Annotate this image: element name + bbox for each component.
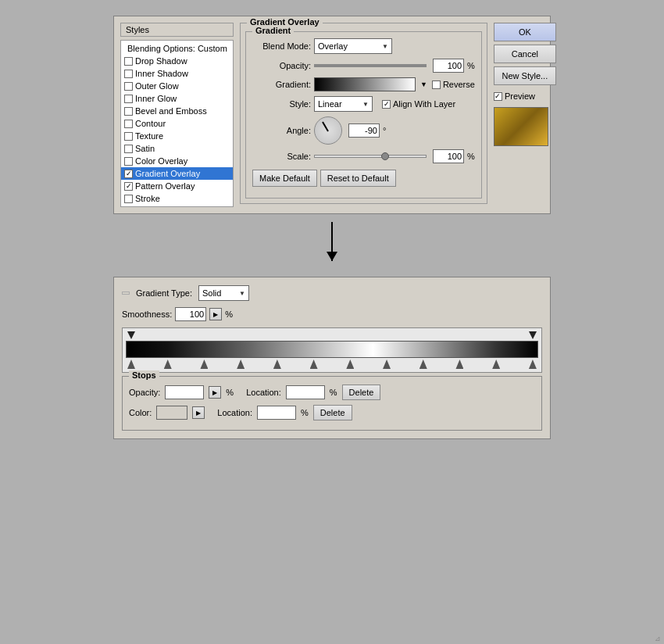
drop-shadow-checkbox[interactable] (124, 57, 133, 66)
smoothness-arrow-btn[interactable]: ▶ (209, 308, 222, 320)
scale-input[interactable] (433, 149, 464, 163)
gradient-type-select[interactable]: Solid ▼ (198, 285, 249, 301)
opacity-stop-left[interactable] (127, 331, 135, 339)
opacity-arrow-btn[interactable]: ▶ (209, 386, 221, 399)
blend-mode-select[interactable]: Overlay ▼ (314, 38, 392, 54)
gradient-type-arrow: ▼ (239, 290, 245, 297)
angle-dial[interactable] (314, 116, 342, 145)
bevel-emboss-checkbox[interactable] (124, 107, 133, 116)
color-stop-3[interactable] (200, 360, 208, 369)
top-dialog: Styles Blending Options: Custom Drop Sha… (113, 16, 551, 214)
scale-unit: % (467, 152, 475, 161)
location-color-label: Location: (217, 408, 252, 417)
delete-color-button[interactable]: Delete (313, 405, 352, 420)
color-preview[interactable] (156, 406, 187, 420)
styles-item-inner-shadow[interactable]: Inner Shadow (121, 67, 233, 80)
make-default-button[interactable]: Make Default (252, 170, 317, 187)
gradient-bar[interactable] (126, 341, 538, 358)
preview-checkbox[interactable] (494, 92, 502, 101)
stops-section: Stops Opacity: ▶ % Location: % Delete Co… (122, 376, 542, 431)
gradient-bottom-stops (126, 360, 538, 369)
smoothness-row: Smoothness: ▶ % (122, 307, 542, 321)
color-stop-row: Color: ▶ Location: % Delete (129, 405, 535, 420)
styles-item-pattern-overlay[interactable]: Pattern Overlay (121, 180, 233, 192)
opacity-stop-input[interactable] (165, 385, 204, 399)
inner-glow-checkbox[interactable] (124, 95, 133, 103)
inner-shadow-checkbox[interactable] (124, 70, 133, 78)
location-color-input[interactable] (257, 406, 296, 420)
opacity-stop-row: Opacity: ▶ % Location: % Delete (129, 385, 535, 400)
contour-checkbox[interactable] (124, 120, 133, 128)
opacity-row: Opacity: % (252, 59, 475, 73)
color-stop-1[interactable] (127, 360, 135, 369)
gradient-top-stops (126, 331, 538, 339)
blend-mode-row: Blend Mode: Overlay ▼ (252, 38, 475, 54)
angle-label: Angle: (252, 126, 311, 135)
color-arrow-btn[interactable]: ▶ (192, 406, 205, 419)
color-stop-9[interactable] (419, 360, 427, 369)
delete-opacity-button[interactable]: Delete (342, 385, 381, 400)
styles-item-bevel-emboss[interactable]: Bevel and Emboss (121, 105, 233, 117)
vertical-arrow (331, 222, 333, 261)
styles-item-stroke[interactable]: Stroke (121, 192, 233, 205)
styles-item-gradient-overlay[interactable]: Gradient Overlay (121, 167, 233, 180)
color-stop-4[interactable] (237, 360, 245, 369)
cancel-button[interactable]: Cancel (494, 45, 556, 63)
angle-input[interactable] (348, 123, 380, 138)
outer-glow-checkbox[interactable] (124, 82, 133, 91)
color-stop-7[interactable] (346, 360, 354, 369)
ok-button[interactable]: OK (494, 23, 556, 41)
gradient-preview[interactable] (314, 77, 416, 91)
color-stop-6[interactable] (310, 360, 318, 369)
resize-handle[interactable]: ⊿ (655, 635, 662, 642)
gradient-type-label: Gradient Type: (136, 288, 192, 298)
color-stop-10[interactable] (455, 360, 463, 369)
preview-box (494, 107, 548, 146)
color-stop-2[interactable] (164, 360, 172, 369)
style-select[interactable]: Linear ▼ (314, 96, 373, 112)
styles-item-blending[interactable]: Blending Options: Custom (121, 42, 233, 55)
styles-list: Blending Options: Custom Drop Shadow Inn… (120, 40, 234, 207)
styles-item-drop-shadow[interactable]: Drop Shadow (121, 55, 233, 67)
new-style-button[interactable]: New Style... (494, 66, 556, 85)
stroke-checkbox[interactable] (124, 195, 133, 203)
styles-item-inner-glow[interactable]: Inner Glow (121, 92, 233, 105)
location-opacity-input[interactable] (286, 385, 325, 399)
smoothness-label: Smoothness: (122, 309, 172, 319)
opacity-label: Opacity: (252, 61, 311, 70)
main-content: Gradient Overlay Gradient Blend Mode: Ov… (240, 23, 487, 207)
color-stop-12[interactable] (529, 360, 537, 369)
scale-label: Scale: (252, 152, 311, 161)
gradient-dropdown-arrow[interactable]: ▼ (420, 80, 427, 88)
smoothness-input[interactable] (175, 307, 206, 321)
color-stop-label: Color: (129, 408, 152, 417)
styles-item-color-overlay[interactable]: Color Overlay (121, 155, 233, 167)
texture-checkbox[interactable] (124, 132, 133, 141)
color-overlay-checkbox[interactable] (124, 157, 133, 166)
color-stop-11[interactable] (492, 360, 500, 369)
arrow-container (331, 222, 333, 269)
reverse-checkbox[interactable] (432, 80, 441, 89)
styles-item-outer-glow[interactable]: Outer Glow (121, 80, 233, 92)
reset-button[interactable]: Reset to Default (320, 170, 396, 187)
bottom-dialog: Gradient Type: Solid ▼ Smoothness: ▶ % (113, 277, 551, 439)
opacity-input[interactable] (433, 59, 464, 73)
color-stop-8[interactable] (383, 360, 391, 369)
gradient-overlay-checkbox[interactable] (124, 170, 133, 178)
angle-deg: ° (383, 126, 386, 135)
opacity-stop-label: Opacity: (129, 388, 160, 397)
align-layer-checkbox[interactable] (382, 100, 391, 109)
color-stop-5[interactable] (273, 360, 281, 369)
opacity-stop-right[interactable] (529, 331, 537, 339)
styles-item-texture[interactable]: Texture (121, 130, 233, 142)
styles-item-contour[interactable]: Contour (121, 117, 233, 130)
smoothness-unit: % (225, 309, 233, 319)
styles-title: Styles (120, 23, 234, 37)
opacity-stop-unit: % (226, 388, 234, 397)
gradient-overlay-section: Gradient Overlay Gradient Blend Mode: Ov… (240, 23, 487, 204)
satin-checkbox[interactable] (124, 145, 133, 153)
gradient-row: Gradient: ▼ Reverse (252, 77, 475, 91)
styles-item-satin[interactable]: Satin (121, 142, 233, 155)
pattern-overlay-checkbox[interactable] (124, 182, 133, 191)
right-buttons: OK Cancel New Style... Preview (494, 23, 556, 207)
